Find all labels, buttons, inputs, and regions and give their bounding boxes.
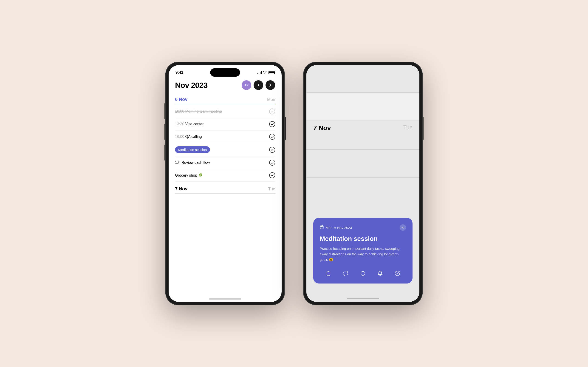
cal-day-label: Tue [403, 124, 413, 131]
task-check-icon[interactable] [269, 108, 275, 115]
task-text: Grocery shop 🥬 [175, 173, 203, 177]
popup-date-text: Mon, 6 Nov 2023 [326, 226, 352, 230]
task-check-icon[interactable] [269, 121, 275, 127]
task-check-icon[interactable] [269, 134, 275, 140]
day-number-nov7: 7 Nov [175, 186, 187, 192]
app-header: Nov 2023 AK [175, 78, 275, 90]
delete-action-button[interactable] [324, 269, 333, 278]
cal-date-label: 7 Nov [313, 124, 331, 132]
header-controls: AK [242, 80, 275, 90]
day-number-nov6: 6 Nov [175, 97, 187, 102]
phone-right-screen: 7 Nov Tue [306, 65, 419, 302]
side-btn-vol-down [164, 144, 165, 161]
repeat-icon [175, 160, 179, 165]
home-indicator [209, 298, 241, 300]
user-avatar[interactable]: AK [242, 80, 251, 90]
task-badge: Meditation session [175, 146, 210, 153]
task-visa-center[interactable]: 13:30 Visa center [175, 118, 275, 131]
popup-card: Mon, 6 Nov 2023 ✕ Meditation session Pra… [313, 218, 413, 284]
popup-actions [320, 269, 406, 278]
task-left: Grocery shop 🥬 [175, 173, 203, 177]
popup-date: Mon, 6 Nov 2023 [320, 225, 352, 230]
side-btn-vol-up [164, 124, 165, 140]
repeat-action-button[interactable] [341, 269, 350, 278]
dynamic-island [210, 68, 240, 77]
phone-left: 9:41 [165, 62, 285, 305]
status-time: 9:41 [175, 70, 183, 75]
day-name-nov6: Mon [267, 97, 275, 102]
popup-header: Mon, 6 Nov 2023 ✕ [320, 224, 406, 231]
calendar-icon [320, 225, 324, 230]
wifi-icon [263, 71, 267, 74]
task-text: 13:30 Visa center [175, 122, 204, 126]
home-indicator-right [347, 298, 379, 299]
cal-row-3 [306, 150, 419, 177]
task-left: 13:30 Visa center [175, 122, 204, 126]
phone-left-screen: 9:41 [169, 65, 282, 302]
task-left: 10:00 Morning team meeting [175, 109, 222, 114]
task-check-icon[interactable] [269, 172, 275, 178]
signal-icon [258, 71, 262, 74]
reminder-action-button[interactable] [376, 269, 385, 278]
side-btn-power [285, 117, 286, 140]
task-morning-meeting[interactable]: 10:00 Morning team meeting [175, 105, 275, 118]
status-icons [258, 71, 275, 74]
status-action-button[interactable] [358, 269, 367, 278]
task-left: 16:00 QA calling [175, 135, 202, 139]
cal-row-2 [306, 93, 419, 120]
task-left: Review cash flow [175, 160, 210, 165]
task-text: 10:00 Morning team meeting [175, 109, 222, 114]
day-header-nov7: 7 Nov Tue [175, 186, 275, 194]
task-left: Meditation session [175, 146, 210, 153]
task-text: Review cash flow [182, 161, 210, 165]
task-check-icon[interactable] [269, 147, 275, 153]
month-year-title: Nov 2023 [175, 81, 208, 90]
next-month-button[interactable] [266, 80, 275, 90]
cal-row-1 [306, 65, 419, 93]
battery-icon [268, 71, 275, 74]
task-meditation-session[interactable]: Meditation session [175, 143, 275, 156]
task-text: 16:00 QA calling [175, 135, 202, 139]
popup-title: Meditation session [320, 235, 406, 243]
task-review-cash-flow[interactable]: Review cash flow [175, 156, 275, 169]
task-qa-calling[interactable]: 16:00 QA calling [175, 131, 275, 143]
day-name-nov7: Tue [268, 187, 275, 192]
svg-rect-0 [320, 226, 323, 229]
cal-date-nov7: 7 Nov Tue [306, 120, 419, 150]
day-header-nov6: 6 Nov Mon [175, 97, 275, 104]
prev-month-button[interactable] [254, 80, 263, 90]
side-btn-power-right [423, 117, 424, 140]
task-time: 10:00 [175, 109, 185, 113]
phones-container: 9:41 [165, 62, 423, 305]
task-check-icon[interactable] [269, 160, 275, 166]
task-grocery-shop[interactable]: Grocery shop 🥬 [175, 169, 275, 182]
app-content: Nov 2023 AK [169, 78, 282, 302]
popup-close-button[interactable]: ✕ [400, 224, 406, 231]
task-time: 13:30 [175, 122, 185, 126]
day-section-nov6: 6 Nov Mon 10:00 Morning team meeting [175, 97, 275, 182]
task-time: 16:00 [175, 135, 185, 139]
complete-action-button[interactable] [393, 269, 402, 278]
calendar-background: 7 Nov Tue [306, 65, 419, 302]
svg-point-4 [361, 271, 365, 275]
popup-description: Practice focusing on important daily tas… [320, 246, 406, 262]
side-btn-mute [164, 103, 165, 119]
phone-right: 7 Nov Tue [303, 62, 423, 305]
